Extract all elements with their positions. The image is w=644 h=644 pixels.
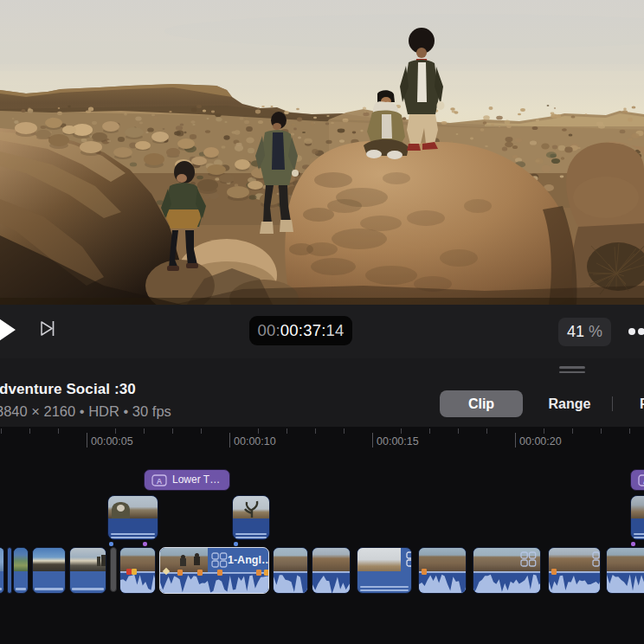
svg-text:A: A <box>157 477 163 486</box>
